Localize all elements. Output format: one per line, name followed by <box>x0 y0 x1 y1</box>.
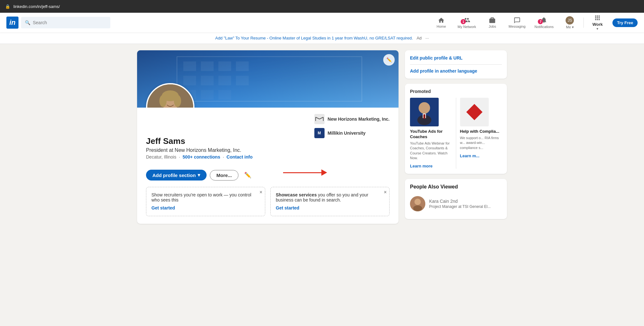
svg-rect-10 <box>201 90 214 100</box>
youtube-ad-desc: YouTube Ads Webinar for Coaches, Consult… <box>410 141 452 161</box>
nhm-name: New Horizons Marketing, Inc. <box>328 117 390 122</box>
me-avatar: JS <box>566 16 574 25</box>
kara-avatar-image <box>410 196 425 211</box>
dropdown-chevron: ▾ <box>198 172 200 178</box>
close-showcase[interactable]: × <box>384 190 387 195</box>
profile-location: Decatur, Illinois · 500+ connections · C… <box>146 154 390 159</box>
ad-label: Ad <box>417 36 422 40</box>
nav-item-messaging[interactable]: Messaging <box>505 13 529 32</box>
open-to-work-box: × Show recruiters you're open to work — … <box>146 187 265 216</box>
ad-link[interactable]: Add "Law" To Your Resume - Online Master… <box>215 36 414 40</box>
red-arrow-annotation <box>283 169 327 176</box>
svg-rect-4 <box>236 61 249 71</box>
svg-point-16 <box>174 95 181 107</box>
youtube-ad-title: YouTube Ads for Coaches <box>410 129 452 140</box>
kara-degree: 2nd <box>450 199 457 204</box>
people-also-viewed-card: People Also Viewed Kara Cain 2nd Project… <box>405 179 507 219</box>
svg-rect-8 <box>236 76 249 85</box>
briefcase-icon <box>489 17 496 24</box>
more-button[interactable]: More... <box>210 170 238 181</box>
arrow-line <box>283 172 321 173</box>
ria-ad-desc: We support o... RIA firms w... award-win… <box>460 136 502 150</box>
nav-item-my-network[interactable]: 1 My Network <box>454 13 480 32</box>
companies-section: New Horizons Marketing, Inc. M Millikin … <box>314 114 390 138</box>
millikin-logo-text: M <box>318 131 321 135</box>
profile-avatar <box>146 83 194 108</box>
showcase-title: Showcase services you offer so you and y… <box>276 192 384 202</box>
nav-items: Home 1 My Network Jobs Messaging 7 Notif <box>430 13 638 32</box>
kara-avatar <box>410 196 425 211</box>
promoted-card: Promoted YouTube Ads for Coaches <box>405 84 507 174</box>
linkedin-logo[interactable]: in <box>6 17 18 29</box>
kara-name: Kara Cain 2nd <box>429 199 502 204</box>
people-item-kara: Kara Cain 2nd Project Manager at TSI Gen… <box>410 194 502 214</box>
browser-bar: 🔒 linkedin.com/in/jeff-sams/ <box>0 0 644 13</box>
avatar-image <box>147 83 193 108</box>
nav-label-my-network: My Network <box>457 25 476 29</box>
profile-cover: ✏️ <box>137 50 399 108</box>
browser-lock-icon: 🔒 <box>5 4 10 9</box>
promoted-divider <box>456 98 456 169</box>
nav-label-work: Work <box>592 22 603 27</box>
ria-diamond-logo <box>466 104 482 120</box>
try-free-button[interactable]: Try Free <box>612 18 638 27</box>
svg-rect-2 <box>201 61 214 71</box>
nav-label-me: Me ▾ <box>566 25 574 29</box>
ad-person-image <box>410 98 439 126</box>
nhm-logo-image <box>314 116 325 122</box>
nav-label-jobs: Jobs <box>489 25 496 28</box>
svg-rect-1 <box>183 61 196 71</box>
profile-actions: Add profile section ▾ More... ✏️ <box>146 165 390 181</box>
right-sidebar: Edit public profile & URL Add profile in… <box>405 50 507 224</box>
linkedin-nav: in 🔍 Home 1 My Network Jobs Messaging <box>0 13 644 32</box>
open-to-work-cta[interactable]: Get started <box>151 205 175 210</box>
ad-options-button[interactable]: ··· <box>425 36 429 40</box>
svg-rect-6 <box>201 76 214 85</box>
connections-link[interactable]: 500+ connections <box>183 154 220 159</box>
youtube-ad-image <box>410 98 439 126</box>
kara-title: Project Manager at TSI General El... <box>429 204 502 209</box>
nhm-logo <box>314 114 325 124</box>
open-to-work-title: Show recruiters you're open to work — yo… <box>151 192 260 202</box>
search-bar[interactable]: 🔍 <box>21 17 110 28</box>
profile-url-card: Edit public profile & URL Add profile in… <box>405 50 507 79</box>
showcase-cta[interactable]: Get started <box>276 205 299 210</box>
grid-icon <box>594 14 601 21</box>
edit-public-profile-link[interactable]: Edit public profile & URL <box>410 55 502 60</box>
browser-url: linkedin.com/in/jeff-sams/ <box>13 4 60 9</box>
millikin-name: Millikin University <box>328 131 366 136</box>
nav-item-me[interactable]: JS Me ▾ <box>559 13 581 32</box>
youtube-learn-more-link[interactable]: Learn more <box>410 164 433 168</box>
nav-item-jobs[interactable]: Jobs <box>481 13 503 32</box>
profile-body: New Horizons Marketing, Inc. M Millikin … <box>137 108 399 224</box>
profile-title: President at New Horizons Marketing, Inc… <box>146 147 390 153</box>
promoted-item-youtube: YouTube Ads for Coaches YouTube Ads Webi… <box>410 98 452 169</box>
suggestion-boxes: × Show recruiters you're open to work — … <box>146 187 390 216</box>
svg-rect-7 <box>218 76 231 85</box>
main-layout: ✏️ <box>131 50 513 224</box>
contact-info-link[interactable]: Contact info <box>227 154 253 159</box>
messaging-icon <box>514 17 521 24</box>
search-icon: 🔍 <box>25 20 30 25</box>
location-text: Decatur, Illinois <box>146 154 176 159</box>
nav-item-notifications[interactable]: 7 Notifications <box>531 13 557 32</box>
search-input[interactable] <box>33 20 106 25</box>
edit-cover-button[interactable]: ✏️ <box>383 54 395 66</box>
people-viewed-title: People Also Viewed <box>410 184 502 190</box>
nav-item-home[interactable]: Home <box>430 13 452 32</box>
showcase-box: × Showcase services you offer so you and… <box>270 187 390 216</box>
ria-learn-more-link[interactable]: Learn m... <box>460 153 479 158</box>
nav-item-work[interactable]: Work ▾ <box>586 13 609 32</box>
nav-divider <box>583 18 584 28</box>
add-language-link[interactable]: Add profile in another language <box>410 68 502 74</box>
edit-profile-button[interactable]: ✏️ <box>242 170 254 180</box>
svg-point-15 <box>159 95 167 107</box>
svg-point-27 <box>419 102 430 114</box>
svg-point-32 <box>414 199 421 205</box>
promoted-item-ria: Help with Complia... We support o... RIA… <box>460 98 502 169</box>
svg-point-33 <box>413 205 422 211</box>
nav-label-messaging: Messaging <box>509 25 525 28</box>
promoted-label: Promoted <box>410 89 502 94</box>
add-profile-section-button[interactable]: Add profile section ▾ <box>146 170 207 181</box>
close-open-to-work[interactable]: × <box>260 190 262 195</box>
